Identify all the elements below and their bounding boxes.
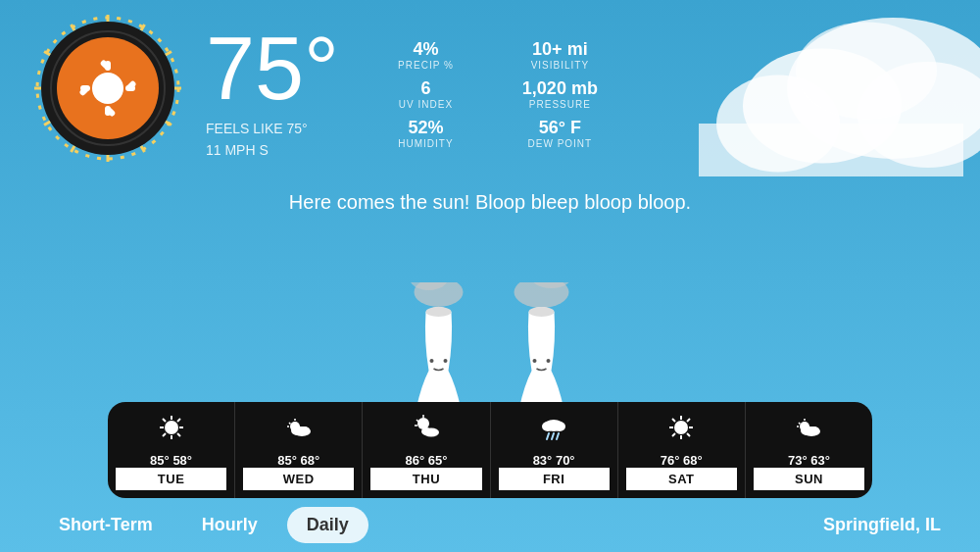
forecast-day-label: TUE — [116, 468, 226, 490]
svg-point-72 — [674, 421, 688, 434]
svg-line-77 — [672, 419, 675, 422]
forecast-day-label: SAT — [626, 468, 737, 490]
temperature-display: 75° — [206, 25, 339, 113]
forecast-icon — [413, 414, 440, 447]
feels-like-wind: FEELS LIKE 75° 11 MPH S — [206, 118, 339, 162]
svg-point-65 — [421, 427, 431, 435]
nav-daily[interactable]: Daily — [287, 507, 368, 543]
forecast-temps: 73° 63° — [788, 453, 830, 468]
svg-line-21 — [166, 52, 172, 56]
svg-point-43 — [547, 359, 551, 363]
visibility-stat: 10+ mi VISIBILITY — [522, 39, 598, 71]
svg-line-29 — [44, 52, 50, 56]
forecast-day-label: THU — [370, 468, 481, 490]
pressure-stat: 1,020 mb PRESSURE — [522, 78, 598, 110]
forecast-day-label: SUN — [754, 468, 864, 490]
svg-point-59 — [300, 427, 310, 434]
svg-point-10 — [92, 73, 123, 104]
svg-line-62 — [416, 420, 418, 422]
current-weather-panel: 75° FEELS LIKE 75° 11 MPH S 4% PRECIP % … — [206, 25, 960, 162]
forecast-icon — [285, 414, 313, 447]
svg-line-23 — [166, 122, 172, 125]
forecast-day-label: FRI — [499, 468, 610, 490]
svg-line-69 — [547, 433, 549, 439]
forecast-temps: 83° 70° — [533, 453, 575, 468]
forecast-day: 76° 68° SAT — [618, 402, 746, 498]
forecast-day: 86° 65° THU — [363, 402, 490, 498]
forecast-day-label: WED — [243, 468, 354, 490]
svg-point-35 — [426, 307, 452, 317]
svg-line-26 — [72, 146, 75, 152]
svg-line-79 — [687, 419, 690, 422]
precip-stat: 4% PRECIP % — [398, 39, 454, 71]
svg-line-51 — [177, 419, 180, 422]
forecast-temps: 85° 68° — [277, 453, 319, 468]
location-label: Springfield, IL — [823, 515, 941, 535]
svg-line-49 — [163, 419, 166, 422]
svg-point-87 — [809, 427, 819, 434]
svg-point-37 — [444, 359, 448, 363]
svg-point-42 — [533, 359, 537, 363]
svg-line-78 — [687, 433, 690, 436]
humidity-stat: 52% HUMIDITY — [398, 118, 454, 149]
forecast-icon — [667, 414, 695, 447]
nav-hourly[interactable]: Hourly — [182, 507, 277, 543]
dew-point-stat: 56° F DEW POINT — [522, 118, 598, 149]
forecast-temps: 85° 58° — [150, 453, 192, 468]
forecast-days-container: 85° 58° TUE 85° 68° WED 86° 65° THU 83° … — [108, 402, 872, 498]
uv-stat: 6 UV INDEX — [398, 78, 454, 110]
forecast-icon — [540, 414, 567, 447]
bottom-navigation: Short-Term Hourly Daily Springfield, IL — [0, 498, 980, 552]
forecast-icon — [795, 414, 822, 447]
forecast-day: 73° 63° SUN — [746, 402, 872, 498]
forecast-bar: 85° 58° TUE 85° 68° WED 86° 65° THU 83° … — [108, 402, 872, 498]
svg-line-27 — [44, 122, 50, 125]
forecast-day: 85° 68° WED — [235, 402, 363, 498]
svg-line-24 — [141, 146, 145, 152]
svg-point-67 — [542, 422, 554, 431]
svg-line-52 — [163, 433, 166, 436]
svg-point-68 — [554, 422, 565, 431]
nav-short-term[interactable]: Short-Term — [39, 507, 172, 543]
sun-icon — [29, 10, 186, 167]
svg-line-70 — [552, 433, 554, 439]
svg-line-55 — [289, 423, 291, 425]
weather-message: Here comes the sun! Bloop bleep bloop bl… — [0, 191, 980, 214]
forecast-day: 85° 58° TUE — [108, 402, 235, 498]
svg-line-83 — [799, 423, 801, 425]
svg-line-71 — [557, 433, 559, 439]
svg-line-80 — [672, 433, 675, 436]
forecast-temps: 76° 68° — [661, 453, 703, 468]
svg-point-41 — [529, 307, 555, 317]
svg-point-36 — [430, 359, 434, 363]
svg-point-44 — [165, 421, 178, 434]
forecast-icon — [158, 414, 185, 447]
svg-line-50 — [177, 433, 180, 436]
forecast-temps: 86° 65° — [405, 453, 447, 468]
forecast-day: 83° 70° FRI — [491, 402, 618, 498]
